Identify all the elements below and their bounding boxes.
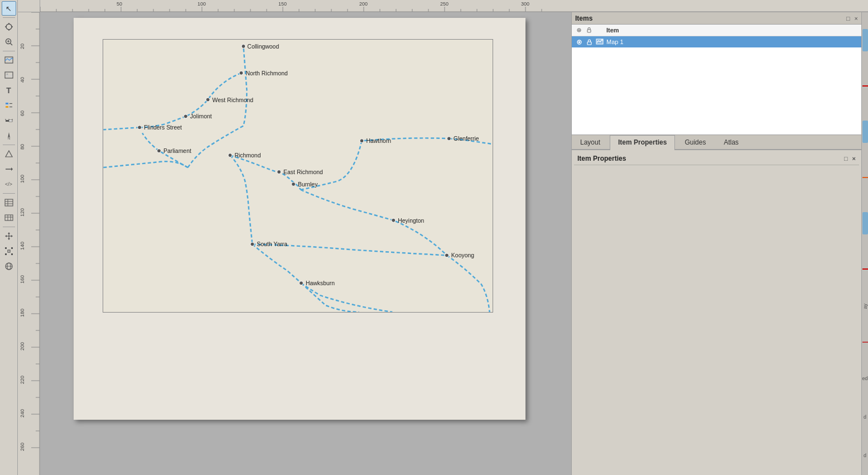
select-tool[interactable]: ↖: [2, 1, 16, 16]
item-props-float-btn[interactable]: □: [844, 155, 848, 162]
props-content: Item Properties □ ×: [572, 150, 861, 475]
add-image-tool[interactable]: [2, 68, 16, 83]
tabs-bar: Layout Item Properties Guides Atlas: [572, 135, 861, 150]
item-props-title-text: Item Properties: [577, 155, 626, 162]
props-panel: Layout Item Properties Guides Atlas Item…: [572, 135, 861, 475]
right-strip: ay ed d d: [861, 12, 868, 475]
items-list: Item Map 1: [572, 25, 861, 135]
svg-rect-44: [11, 253, 13, 255]
left-toolbar: ↖ T N </>: [0, 0, 18, 475]
right-strip-label2: ed: [862, 376, 867, 381]
svg-rect-40: [8, 250, 10, 252]
svg-rect-81: [587, 30, 591, 32]
type-col-header: [595, 26, 604, 35]
svg-marker-38: [5, 235, 7, 237]
svg-text:Heyington: Heyington: [398, 218, 424, 224]
right-panel: Items □ ×: [571, 12, 861, 475]
items-panel-header-icons: □ ×: [846, 15, 858, 22]
add-fixed-table[interactable]: [2, 210, 16, 225]
tab-layout[interactable]: Layout: [572, 135, 609, 149]
svg-rect-17: [9, 120, 12, 122]
right-strip-marker1: [862, 85, 868, 87]
right-strip-handle-bot[interactable]: [862, 212, 868, 234]
item-props-title-icons: □ ×: [844, 155, 856, 162]
svg-point-71: [392, 218, 396, 222]
items-panel-close-btn[interactable]: ×: [855, 15, 858, 22]
tab-atlas[interactable]: Atlas: [715, 135, 747, 149]
item-props-close-btn[interactable]: ×: [852, 155, 856, 162]
main-area: Collingwood North Richmond Parliament We…: [18, 0, 868, 475]
add-scalebar-tool[interactable]: [2, 113, 16, 128]
svg-point-83: [578, 41, 580, 43]
svg-point-77: [299, 281, 303, 285]
add-table-tool[interactable]: [2, 195, 16, 210]
svg-rect-42: [11, 247, 13, 249]
svg-point-53: [157, 149, 161, 153]
map1-label: Map 1: [606, 39, 858, 45]
svg-text:Glenferrie: Glenferrie: [454, 136, 479, 142]
left-ruler: [18, 12, 40, 475]
svg-point-80: [578, 30, 580, 31]
add-text-tool[interactable]: T: [2, 83, 16, 98]
svg-point-59: [138, 126, 142, 129]
svg-point-61: [228, 153, 232, 157]
svg-text:South Yarra: South Yarra: [257, 241, 287, 247]
svg-text:North Richmond: North Richmond: [245, 70, 288, 76]
add-html-tool[interactable]: </>: [2, 177, 16, 191]
right-strip-label4: d: [864, 453, 866, 458]
svg-marker-39: [11, 235, 13, 237]
map-frame[interactable]: Collingwood North Richmond Parliament We…: [103, 39, 493, 313]
svg-text:Kooyong: Kooyong: [451, 252, 474, 258]
items-panel-float-btn[interactable]: □: [846, 15, 850, 22]
items-panel: Items □ ×: [572, 12, 861, 135]
svg-marker-36: [8, 232, 10, 234]
right-strip-label: ay: [862, 304, 868, 309]
right-strip-handle-top[interactable]: [862, 29, 868, 51]
top-ruler-container: [18, 0, 868, 12]
svg-text:Burnley: Burnley: [298, 181, 318, 188]
add-arrow-tool[interactable]: [2, 162, 16, 176]
items-list-row-map1[interactable]: Map 1: [572, 36, 861, 47]
map1-type-icon: [595, 37, 604, 46]
svg-point-69: [292, 182, 296, 186]
edit-nodes-tool[interactable]: [2, 244, 16, 258]
items-list-header: Item: [572, 25, 861, 36]
svg-rect-16: [6, 120, 9, 122]
map1-lock[interactable]: [585, 38, 593, 46]
lock-col-header: [585, 26, 593, 34]
visibility-col-header: [575, 26, 583, 34]
add-legend-tool[interactable]: [2, 98, 16, 113]
item-props-body: [574, 165, 859, 174]
svg-point-73: [250, 242, 254, 246]
pan-tool[interactable]: [2, 20, 16, 34]
svg-rect-12: [6, 103, 8, 104]
add-shape-tool[interactable]: [2, 147, 16, 161]
svg-text:N: N: [8, 137, 10, 140]
right-strip-handle-mid[interactable]: [862, 121, 868, 143]
svg-text:Collingwood: Collingwood: [247, 44, 279, 50]
add-north-arrow[interactable]: N: [2, 128, 16, 143]
canvas-wrapper: Collingwood North Richmond Parliament We…: [18, 12, 868, 475]
svg-point-49: [242, 44, 245, 48]
canvas-scroll[interactable]: Collingwood North Richmond Parliament We…: [40, 12, 571, 475]
corner-box: [18, 0, 40, 12]
map1-visibility[interactable]: [575, 38, 583, 46]
items-panel-title: Items: [575, 15, 592, 22]
tab-item-properties[interactable]: Item Properties: [610, 135, 675, 150]
tab-guides[interactable]: Guides: [676, 135, 714, 149]
svg-text:Hawksburn: Hawksburn: [306, 280, 335, 286]
zoom-in-tool[interactable]: [2, 35, 16, 49]
svg-point-57: [184, 114, 187, 118]
svg-point-63: [360, 139, 364, 143]
item-props-title: Item Properties □ ×: [574, 152, 859, 165]
label-col-header: Item: [606, 27, 858, 33]
move-content-tool[interactable]: [2, 229, 16, 243]
page: Collingwood North Richmond Parliament We…: [74, 18, 525, 420]
svg-rect-43: [5, 253, 7, 255]
items-panel-header: Items □ ×: [572, 12, 861, 25]
svg-point-51: [239, 71, 243, 75]
add-map-tool[interactable]: [2, 53, 16, 68]
svg-line-6: [10, 44, 12, 46]
svg-point-67: [277, 170, 281, 174]
atlas-settings-tool[interactable]: [2, 259, 16, 274]
